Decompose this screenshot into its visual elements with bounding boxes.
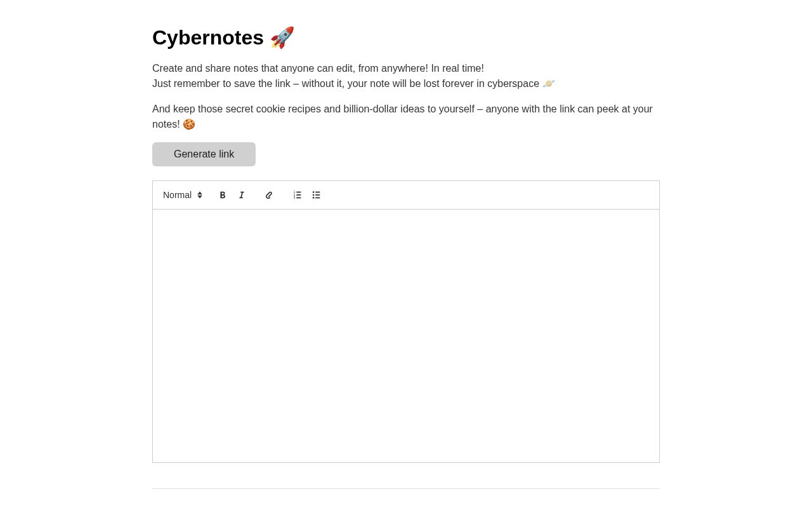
editor-content-area[interactable] [153,210,659,462]
link-icon [265,190,275,200]
format-select-wrap: Normal [162,187,204,203]
intro-line-1: Create and share notes that anyone can e… [152,63,484,74]
ordered-list-button[interactable]: 1 2 3 [289,186,306,204]
svg-text:3: 3 [294,196,296,199]
svg-point-11 [313,191,315,193]
italic-icon [237,190,247,200]
editor-wrapper: Normal [152,180,660,463]
page-title: Cybernotes 🚀 [152,25,660,50]
svg-point-12 [313,194,315,196]
intro-paragraph-2: And keep those secret cookie recipes and… [152,102,660,132]
link-button[interactable] [261,186,278,204]
bold-icon [218,190,228,200]
italic-button[interactable] [233,186,251,204]
bold-button[interactable] [214,186,232,204]
editor-toolbar: Normal [153,181,659,210]
intro-line-2: Just remember to save the link – without… [152,78,555,89]
intro-paragraph-1: Create and share notes that anyone can e… [152,61,660,91]
page-container: Cybernotes 🚀 Create and share notes that… [152,0,660,489]
format-select[interactable]: Normal [162,187,204,203]
generate-link-button[interactable]: Generate link [152,142,256,166]
ordered-list-icon: 1 2 3 [292,190,303,200]
footer-divider [152,488,660,489]
bullet-list-button[interactable] [308,186,325,204]
bullet-list-icon [311,190,322,200]
svg-point-13 [313,197,315,199]
